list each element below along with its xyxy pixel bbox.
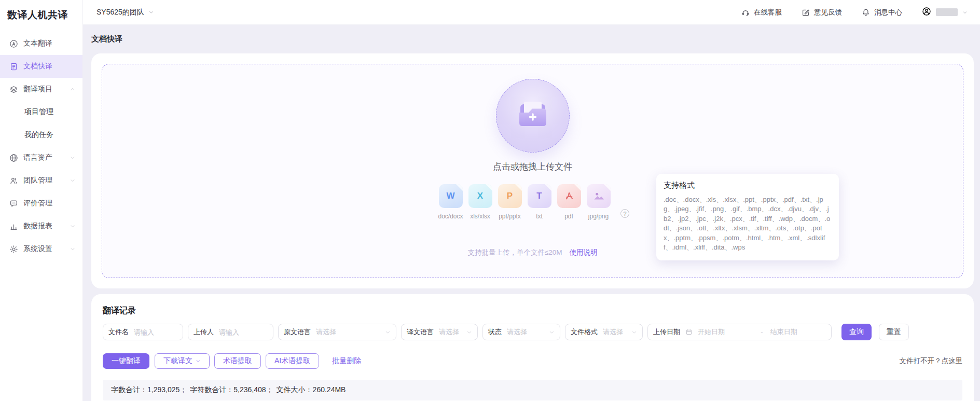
app-window: 数译人机共译 文本翻译 文档快译 翻译项目 [0, 0, 980, 401]
sidebar-item-my-tasks[interactable]: 我的任务 [0, 123, 82, 146]
sidebar: 数译人机共译 文本翻译 文档快译 翻译项目 [0, 0, 83, 401]
sidebar-item-label: 团队管理 [23, 176, 52, 185]
team-selector[interactable]: SY5625的团队 [96, 8, 154, 17]
sidebar-item-review-management[interactable]: 评价管理 [0, 192, 82, 215]
upload-hint: 支持批量上传，单个文件≤20M使用说明 [467, 248, 597, 257]
user-menu[interactable] [922, 7, 968, 18]
filetype-xls: X xls/xlsx [465, 184, 495, 220]
upload-button[interactable] [496, 79, 570, 153]
records-summary-bar: 字数合计：1,293,025； 字符数合计：5,236,408； 文件大小：26… [103, 380, 962, 400]
page-title: 文档快译 [91, 25, 974, 53]
target-language-select[interactable]: 译文语言 请选择 [401, 324, 478, 340]
one-click-translate-button[interactable]: 一键翻译 [103, 353, 149, 369]
file-format-select[interactable]: 文件格式 请选择 [565, 324, 643, 340]
sidebar-item-label: 系统设置 [23, 244, 52, 254]
chevron-down-icon [196, 358, 201, 364]
chevron-down-icon [148, 9, 154, 15]
tooltip-body: .doc、.docx、.xls、.xlsx、.ppt、.pptx、.pdf、.t… [664, 195, 832, 253]
document-icon [9, 62, 18, 71]
app-logo: 数译人机共译 [0, 0, 82, 26]
sidebar-item-label: 翻译项目 [23, 85, 52, 94]
sidebar-item-label: 评价管理 [23, 199, 52, 208]
filename-field[interactable]: 文件名 [103, 324, 183, 340]
sidebar-item-label: 文档快译 [23, 62, 52, 71]
uploader-field[interactable]: 上传人 [188, 324, 273, 340]
sidebar-nav: 文本翻译 文档快译 翻译项目 项目管理 我 [0, 32, 82, 260]
filetype-pdf: pdf [554, 184, 584, 220]
uploader-input[interactable] [219, 328, 268, 336]
feedback-label: 意见反馈 [814, 8, 842, 17]
sidebar-item-team-management[interactable]: 团队管理 [0, 169, 82, 192]
end-date-placeholder: 结束日期 [770, 327, 826, 337]
batch-delete-link[interactable]: 批量删除 [332, 356, 361, 366]
sidebar-item-data-reports[interactable]: 数据报表 [0, 215, 82, 238]
chevron-down-icon [70, 246, 75, 252]
reset-button[interactable]: 重置 [879, 324, 909, 340]
chevron-down-icon [549, 329, 555, 335]
chevron-down-icon [385, 329, 391, 335]
folder-plus-icon [515, 100, 550, 131]
bell-icon [862, 8, 870, 17]
source-language-select[interactable]: 原文语言 请选择 [278, 324, 396, 340]
sidebar-item-doc-quick-translate[interactable]: 文档快译 [0, 55, 82, 78]
sidebar-item-label: 项目管理 [24, 107, 53, 117]
ai-term-extract-button[interactable]: AI术语提取 [266, 353, 319, 369]
filetype-txt: T txt [524, 184, 554, 220]
download-translation-button[interactable]: 下载译文 [155, 353, 210, 369]
chevron-down-icon [631, 329, 637, 335]
filetype-doc: W doc/docx [436, 184, 465, 220]
sidebar-item-label: 语言资产 [23, 153, 52, 162]
actions-bar: 一键翻译 下载译文 术语提取 AI术语提取 批量删除 文件打不开？点这里 [103, 353, 962, 369]
circle-a-icon [9, 39, 18, 48]
globe-icon [9, 154, 18, 162]
filetype-ppt: P ppt/pptx [495, 184, 524, 220]
format-help-icon[interactable]: ? [620, 209, 629, 218]
filter-bar: 文件名 上传人 原文语言 请选择 译文语言 请选择 [103, 324, 962, 340]
headset-icon [741, 8, 750, 17]
filename-input[interactable] [134, 328, 177, 336]
sidebar-item-system-settings[interactable]: 系统设置 [0, 238, 82, 260]
sidebar-item-text-translate[interactable]: 文本翻译 [0, 32, 82, 55]
online-support-link[interactable]: 在线客服 [741, 8, 782, 17]
term-extract-button[interactable]: 术语提取 [214, 353, 261, 369]
sidebar-item-label: 文本翻译 [23, 39, 52, 48]
word-count-total: 字数合计：1,293,025； [111, 385, 187, 395]
feedback-link[interactable]: 意见反馈 [802, 8, 842, 17]
chevron-down-icon [70, 155, 75, 160]
start-date-placeholder: 开始日期 [698, 327, 753, 337]
message-center-label: 消息中心 [874, 8, 902, 17]
username-redacted [936, 8, 958, 16]
chevron-down-icon [466, 329, 472, 335]
chevron-down-icon [70, 224, 75, 229]
records-title: 翻译记录 [103, 306, 962, 316]
team-icon [9, 176, 18, 185]
pdf-file-icon [557, 184, 581, 208]
sidebar-item-translation-projects[interactable]: 翻译项目 [0, 78, 82, 101]
usage-guide-link[interactable]: 使用说明 [570, 248, 598, 256]
top-header: SY5625的团队 在线客服 意见反馈 [83, 0, 980, 25]
avatar-icon [922, 7, 931, 18]
upload-date-range-picker[interactable]: 上传日期 开始日期 - 结束日期 [647, 324, 832, 340]
file-open-help-link[interactable]: 文件打不开？点这里 [900, 356, 963, 366]
chevron-up-icon [70, 87, 75, 92]
chevron-down-icon [70, 178, 75, 183]
filetype-image: jpg/png [584, 184, 613, 220]
char-count-total: 字符数合计：5,236,408； [190, 385, 273, 395]
xls-file-icon: X [468, 184, 492, 208]
sidebar-item-project-management[interactable]: 项目管理 [0, 101, 82, 123]
sidebar-item-language-assets[interactable]: 语言资产 [0, 146, 82, 169]
status-select[interactable]: 状态 请选择 [482, 324, 560, 340]
search-button[interactable]: 查询 [841, 324, 872, 340]
header-actions: 在线客服 意见反馈 消息中心 [741, 7, 968, 18]
supported-formats-tooltip: 支持格式 .doc、.docx、.xls、.xlsx、.ppt、.pptx、.p… [656, 174, 839, 260]
ppt-file-icon: P [498, 184, 522, 208]
chevron-down-icon [962, 10, 968, 15]
file-size-total: 文件大小：260.24MB [277, 385, 346, 395]
calendar-icon [685, 328, 693, 336]
image-file-icon [587, 184, 611, 208]
txt-file-icon: T [528, 184, 551, 208]
drop-text: 点击或拖拽上传文件 [493, 161, 572, 173]
feedback-icon [802, 8, 810, 17]
message-center-link[interactable]: 消息中心 [862, 8, 902, 17]
tooltip-title: 支持格式 [664, 181, 832, 190]
